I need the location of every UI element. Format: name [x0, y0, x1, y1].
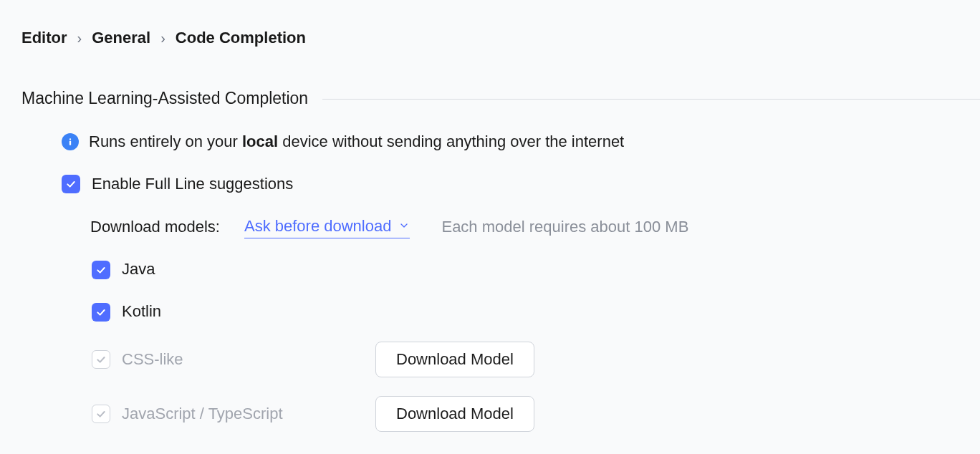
- info-text: Runs entirely on your local device witho…: [89, 131, 624, 153]
- lang-label-kotlin: Kotlin: [122, 301, 161, 323]
- lang-checkbox-css-like: [92, 350, 110, 369]
- lang-row-js-ts: JavaScript / TypeScript Download Model: [0, 377, 980, 432]
- lang-label-js-ts: JavaScript / TypeScript: [122, 403, 283, 425]
- download-model-button-css-like[interactable]: Download Model: [375, 342, 534, 377]
- lang-row-css-like: CSS-like Download Model: [0, 323, 980, 377]
- download-models-label: Download models:: [90, 216, 220, 238]
- info-icon: [62, 133, 79, 150]
- info-banner: Runs entirely on your local device witho…: [0, 110, 980, 153]
- lang-checkbox-js-ts: [92, 405, 110, 423]
- section-header: Machine Learning-Assisted Completion: [0, 87, 980, 110]
- chevron-down-icon: [398, 216, 410, 238]
- info-text-bold: local: [242, 132, 278, 150]
- lang-label-java: Java: [122, 259, 155, 281]
- breadcrumb: Editor › General › Code Completion: [0, 0, 980, 49]
- download-models-value: Ask before download: [244, 216, 391, 238]
- section-divider: [322, 99, 980, 100]
- lang-label-css-like: CSS-like: [122, 349, 183, 371]
- enable-full-line-checkbox[interactable]: [62, 175, 80, 193]
- breadcrumb-editor[interactable]: Editor: [21, 27, 67, 49]
- download-models-dropdown[interactable]: Ask before download: [244, 216, 410, 239]
- breadcrumb-general[interactable]: General: [92, 27, 150, 49]
- enable-full-line-label: Enable Full Line suggestions: [92, 173, 293, 195]
- lang-checkbox-kotlin[interactable]: [92, 303, 110, 322]
- enable-full-line-row: Enable Full Line suggestions: [0, 153, 980, 195]
- info-text-after: device without sending anything over the…: [278, 132, 624, 150]
- svg-point-0: [69, 139, 71, 140]
- chevron-right-icon: ›: [77, 28, 82, 48]
- download-model-button-js-ts[interactable]: Download Model: [375, 396, 534, 432]
- download-models-hint: Each model requires about 100 MB: [441, 216, 688, 238]
- lang-row-java: Java: [0, 238, 980, 281]
- section-title: Machine Learning-Assisted Completion: [21, 87, 308, 110]
- svg-rect-1: [69, 141, 71, 145]
- lang-row-kotlin: Kotlin: [0, 281, 980, 323]
- chevron-right-icon: ›: [160, 28, 165, 48]
- info-text-before: Runs entirely on your: [89, 132, 242, 150]
- lang-checkbox-java[interactable]: [92, 261, 110, 279]
- download-models-row: Download models: Ask before download Eac…: [0, 195, 980, 239]
- breadcrumb-code-completion: Code Completion: [176, 27, 306, 49]
